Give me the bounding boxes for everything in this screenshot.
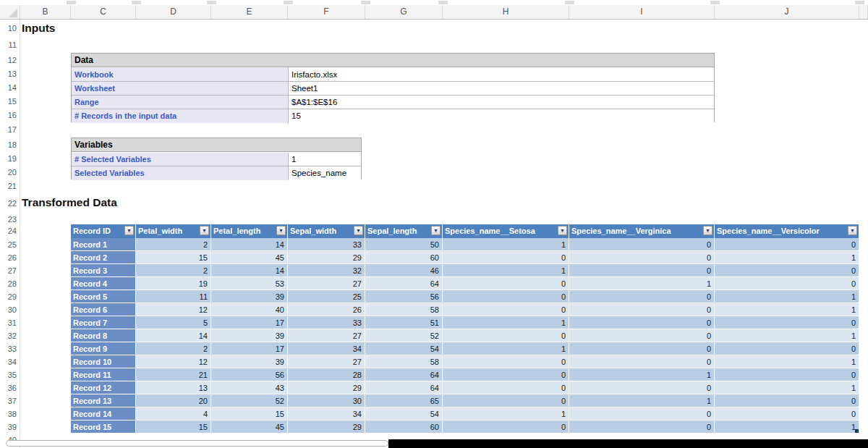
- data-cell[interactable]: 0: [569, 355, 715, 368]
- data-cell[interactable]: 0: [443, 355, 569, 368]
- data-cell[interactable]: 1: [569, 277, 715, 290]
- data-cell[interactable]: 27: [288, 277, 365, 290]
- data-cell[interactable]: 60: [365, 420, 443, 434]
- row-header-28[interactable]: 28: [0, 277, 17, 290]
- column-header-F[interactable]: F: [288, 5, 365, 19]
- data-cell[interactable]: 29: [288, 420, 365, 434]
- data-cell[interactable]: 58: [365, 355, 443, 368]
- data-cell[interactable]: 43: [211, 381, 288, 394]
- data-cell[interactable]: 27: [288, 355, 365, 368]
- row-header-10[interactable]: 10: [0, 20, 17, 38]
- data-cell[interactable]: 0: [715, 407, 859, 420]
- row-header-29[interactable]: 29: [0, 290, 17, 303]
- filter-dropdown-icon[interactable]: ▼: [354, 226, 363, 235]
- row-header-30[interactable]: 30: [0, 303, 17, 316]
- record-id-cell[interactable]: Record 8: [71, 329, 136, 342]
- data-cell[interactable]: 0: [569, 342, 715, 355]
- record-id-cell[interactable]: Record 10: [71, 355, 136, 368]
- data-cell[interactable]: 53: [211, 277, 288, 290]
- data-cell[interactable]: 0: [443, 251, 569, 264]
- table-column-header-species-name-versicolor[interactable]: Species_name__Versicolor▼: [715, 224, 859, 238]
- row-header-23[interactable]: 23: [0, 214, 17, 224]
- record-id-cell[interactable]: Record 5: [71, 290, 136, 303]
- data-cell[interactable]: 0: [443, 381, 569, 394]
- data-cell[interactable]: 29: [288, 381, 365, 394]
- row-header-16[interactable]: 16: [0, 109, 17, 122]
- data-cell[interactable]: 54: [365, 407, 443, 420]
- data-cell[interactable]: 1: [715, 355, 859, 368]
- data-cell[interactable]: 12: [136, 303, 211, 316]
- filter-dropdown-icon[interactable]: ▼: [703, 226, 712, 235]
- row-header-14[interactable]: 14: [0, 81, 17, 95]
- column-header-J[interactable]: J: [715, 5, 859, 19]
- data-cell[interactable]: 1: [715, 381, 859, 394]
- filter-dropdown-icon[interactable]: ▼: [200, 226, 209, 235]
- data-cell[interactable]: 0: [569, 290, 715, 303]
- data-cell[interactable]: 1: [569, 368, 715, 381]
- data-cell[interactable]: 64: [365, 381, 443, 394]
- data-cell[interactable]: 0: [715, 342, 859, 355]
- table-column-header-species-name-setosa[interactable]: Species_name__Setosa▼: [443, 224, 569, 238]
- data-cell[interactable]: 64: [365, 368, 443, 381]
- row-header-33[interactable]: 33: [0, 342, 17, 355]
- table-column-header-sepal-length[interactable]: Sepal_length▼: [365, 224, 443, 238]
- data-cell[interactable]: 0: [443, 277, 569, 290]
- record-id-cell[interactable]: Record 9: [71, 342, 136, 355]
- record-id-cell[interactable]: Record 11: [71, 368, 136, 381]
- row-header-27[interactable]: 27: [0, 264, 17, 277]
- row-header-39[interactable]: 39: [0, 420, 17, 434]
- column-header-D[interactable]: D: [136, 5, 211, 19]
- filter-dropdown-icon[interactable]: ▼: [124, 226, 134, 235]
- record-id-cell[interactable]: Record 2: [71, 251, 136, 264]
- data-cell[interactable]: 65: [365, 394, 443, 407]
- data-cell[interactable]: 2: [136, 238, 211, 251]
- data-cell[interactable]: 1: [443, 264, 569, 277]
- data-cell[interactable]: 11: [136, 290, 211, 303]
- table-column-header-species-name-verginica[interactable]: Species_name__Verginica▼: [569, 224, 715, 238]
- row-header-18[interactable]: 18: [0, 138, 17, 152]
- data-cell[interactable]: 58: [365, 303, 443, 316]
- data-cell[interactable]: 17: [211, 316, 288, 329]
- data-info-value[interactable]: 15: [289, 109, 714, 123]
- inputs-heading[interactable]: Inputs: [22, 22, 56, 35]
- record-id-cell[interactable]: Record 13: [71, 394, 136, 407]
- variables-table-title[interactable]: Variables: [72, 138, 361, 152]
- data-cell[interactable]: 60: [365, 251, 443, 264]
- data-cell[interactable]: 0: [715, 394, 859, 407]
- data-cell[interactable]: 51: [365, 316, 443, 329]
- table-column-header-petal-length[interactable]: Petal_length▼: [211, 224, 288, 238]
- row-header-15[interactable]: 15: [0, 95, 17, 109]
- data-cell[interactable]: 33: [288, 316, 365, 329]
- data-cell[interactable]: 0: [715, 264, 859, 277]
- data-cell[interactable]: 56: [211, 368, 288, 381]
- data-cell[interactable]: 21: [136, 368, 211, 381]
- row-header-13[interactable]: 13: [0, 67, 17, 81]
- data-cell[interactable]: 34: [288, 407, 365, 420]
- data-cell[interactable]: 0: [443, 329, 569, 342]
- filter-dropdown-icon[interactable]: ▼: [558, 226, 567, 235]
- column-header-E[interactable]: E: [211, 5, 288, 19]
- data-cell[interactable]: 0: [443, 303, 569, 316]
- column-header-H[interactable]: H: [443, 5, 569, 19]
- record-id-cell[interactable]: Record 6: [71, 303, 136, 316]
- row-header-31[interactable]: 31: [0, 316, 17, 329]
- data-cell[interactable]: 14: [136, 329, 211, 342]
- data-cell[interactable]: 4: [136, 407, 211, 420]
- data-info-label[interactable]: Worksheet: [72, 82, 289, 95]
- filter-dropdown-icon[interactable]: ▼: [431, 226, 441, 235]
- data-cell[interactable]: 0: [715, 238, 859, 251]
- row-header-22[interactable]: 22: [0, 193, 17, 214]
- data-cell[interactable]: 33: [288, 238, 365, 251]
- data-cell[interactable]: 0: [569, 238, 715, 251]
- data-cell[interactable]: 17: [211, 342, 288, 355]
- data-cell[interactable]: 19: [136, 277, 211, 290]
- variables-info-value[interactable]: Species_name: [289, 166, 361, 180]
- data-cell[interactable]: 0: [569, 264, 715, 277]
- data-cell[interactable]: 15: [136, 251, 211, 264]
- row-header-34[interactable]: 34: [0, 355, 17, 368]
- row-header-26[interactable]: 26: [0, 251, 17, 264]
- data-cell[interactable]: 20: [136, 394, 211, 407]
- row-header-32[interactable]: 32: [0, 329, 17, 342]
- data-info-label[interactable]: Workbook: [72, 68, 289, 81]
- record-id-cell[interactable]: Record 3: [71, 264, 136, 277]
